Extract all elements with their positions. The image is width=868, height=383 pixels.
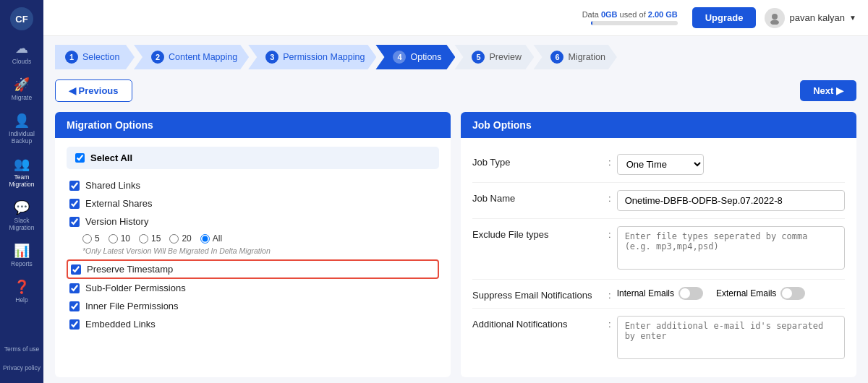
individual-backup-icon: 👤 — [14, 113, 30, 129]
panels: Migration Options Select All Shared Link… — [55, 112, 856, 377]
embedded-links-checkbox[interactable] — [69, 319, 80, 330]
privacy-link[interactable]: Privacy policy — [0, 358, 43, 377]
upgrade-button[interactable]: Upgrade — [692, 7, 757, 28]
user-menu[interactable]: pavan kalyan ▼ — [765, 8, 856, 28]
sidebar-item-clouds[interactable]: ☁ Clouds — [0, 35, 43, 71]
previous-button[interactable]: ◀ Previous — [55, 79, 132, 102]
external-shares-option: External Shares — [67, 194, 439, 212]
step-content-mapping[interactable]: 2 Content Mapping — [134, 45, 249, 69]
step-options[interactable]: 4 Options — [375, 45, 455, 69]
migration-options-panel: Migration Options Select All Shared Link… — [55, 112, 451, 377]
job-name-control — [617, 190, 845, 211]
team-migration-icon: 👥 — [14, 156, 30, 172]
select-all-checkbox[interactable] — [75, 153, 85, 163]
exclude-file-types-row: Exclude File types : — [472, 219, 845, 280]
version-history-label: Version History — [85, 216, 148, 227]
version-radio-row: 5 10 15 20 All — [67, 231, 439, 246]
job-type-row: Job Type : One Time Scheduled — [472, 147, 845, 183]
shared-links-label: Shared Links — [85, 180, 140, 191]
next-button[interactable]: Next ▶ — [800, 80, 856, 101]
step-options-label: Options — [410, 52, 441, 62]
sidebar-item-migrate[interactable]: 🚀 Migrate — [0, 71, 43, 107]
external-shares-label: External Shares — [85, 198, 153, 209]
job-type-label: Job Type — [472, 154, 603, 168]
terms-link[interactable]: Terms of use — [0, 340, 43, 358]
job-name-label: Job Name — [472, 190, 603, 204]
step-content-mapping-label: Content Mapping — [169, 52, 237, 62]
page-content: 1 Selection 2 Content Mapping 3 Permissi… — [43, 36, 868, 383]
job-type-control: One Time Scheduled — [617, 154, 845, 175]
clouds-icon: ☁ — [15, 40, 28, 56]
exclude-file-types-textarea[interactable] — [617, 226, 845, 270]
step-migration[interactable]: 6 Migration — [533, 45, 616, 69]
step-preview-label: Preview — [489, 52, 521, 62]
svg-point-2 — [772, 14, 778, 20]
sidebar-item-help[interactable]: ❓ Help — [0, 273, 43, 309]
app-logo[interactable]: CF — [9, 6, 35, 32]
version-history-option: Version History — [67, 212, 439, 231]
sidebar-item-individual-backup[interactable]: 👤 Individual Backup — [0, 107, 43, 150]
external-emails-group: External Emails — [716, 287, 805, 300]
step-migration-label: Migration — [568, 52, 605, 62]
select-all-row: Select All — [67, 147, 439, 169]
external-shares-checkbox[interactable] — [69, 199, 80, 209]
version-5-option[interactable]: 5 — [82, 233, 100, 244]
version-15-option[interactable]: 15 — [139, 233, 161, 244]
subfolder-permissions-label: Sub-Folder Permissions — [85, 283, 186, 293]
svg-point-3 — [770, 20, 779, 25]
additional-notif-control — [617, 316, 845, 361]
email-notif-row: Internal Emails External Emails — [617, 287, 845, 300]
user-name: pavan kalyan — [789, 12, 845, 23]
exclude-file-types-label: Exclude File types — [472, 226, 603, 240]
main-content: Data 0GB used of 2.00 GB Upgrade pavan k… — [43, 0, 868, 383]
step-selection[interactable]: 1 Selection — [55, 45, 135, 69]
inner-file-permissions-checkbox[interactable] — [69, 301, 80, 311]
internal-emails-toggle[interactable] — [678, 287, 703, 300]
job-name-row: Job Name : — [472, 183, 845, 219]
shared-links-checkbox[interactable] — [69, 181, 80, 191]
nav-row: ◀ Previous Next ▶ — [55, 79, 856, 102]
data-used: 0GB — [601, 10, 618, 19]
step-selection-label: Selection — [82, 52, 119, 62]
version-10-option[interactable]: 10 — [109, 233, 130, 244]
job-name-input[interactable] — [617, 190, 845, 211]
additional-notif-label: Additional Notifications — [472, 316, 603, 330]
version-20-option[interactable]: 20 — [169, 233, 191, 244]
inner-file-permissions-label: Inner File Permissions — [85, 301, 179, 311]
data-progress-bar — [591, 21, 678, 25]
topbar: Data 0GB used of 2.00 GB Upgrade pavan k… — [43, 0, 868, 36]
external-emails-label: External Emails — [716, 288, 776, 298]
job-options-body: Job Type : One Time Scheduled Job Name : — [461, 138, 856, 377]
chevron-down-icon: ▼ — [849, 14, 856, 22]
version-history-checkbox[interactable] — [69, 217, 80, 227]
subfolder-permissions-checkbox[interactable] — [69, 283, 80, 293]
external-emails-toggle[interactable] — [780, 287, 805, 300]
user-avatar — [765, 8, 785, 28]
step-permission-mapping[interactable]: 3 Permission Mapping — [248, 45, 376, 69]
embedded-links-option: Embedded Links — [67, 315, 439, 333]
embedded-links-label: Embedded Links — [85, 319, 156, 330]
sidebar-bottom: Terms of use Privacy policy — [0, 340, 43, 377]
migration-options-header: Migration Options — [55, 112, 451, 138]
job-type-select[interactable]: One Time Scheduled — [617, 154, 704, 175]
preserve-timestamp-option: Preserve Timestamp — [67, 259, 439, 279]
suppress-email-label: Suppress Email Notifications — [472, 287, 603, 301]
version-all-option[interactable]: All — [200, 233, 222, 244]
internal-emails-group: Internal Emails — [617, 287, 703, 300]
sidebar-item-reports[interactable]: 📊 Reports — [0, 237, 43, 273]
step-permission-mapping-label: Permission Mapping — [283, 52, 365, 62]
data-limit: 2.00 GB — [648, 10, 678, 19]
slack-icon: 💬 — [14, 199, 30, 215]
sidebar-item-slack-migration[interactable]: 💬 Slack Migration — [0, 194, 43, 237]
svg-text:CF: CF — [15, 14, 27, 25]
sidebar-item-team-migration[interactable]: 👥 Team Migration — [0, 150, 43, 194]
preserve-timestamp-checkbox[interactable] — [71, 264, 81, 275]
shared-links-option: Shared Links — [67, 176, 439, 194]
help-icon: ❓ — [14, 279, 30, 295]
suppress-email-control: Internal Emails External Emails — [617, 287, 845, 300]
additional-notif-row: Additional Notifications : — [472, 309, 845, 369]
step-preview[interactable]: 5 Preview — [454, 45, 534, 69]
additional-notif-textarea[interactable] — [617, 316, 845, 359]
sidebar: CF ☁ Clouds 🚀 Migrate 👤 Individual Backu… — [0, 0, 43, 383]
job-options-header: Job Options — [461, 112, 856, 138]
